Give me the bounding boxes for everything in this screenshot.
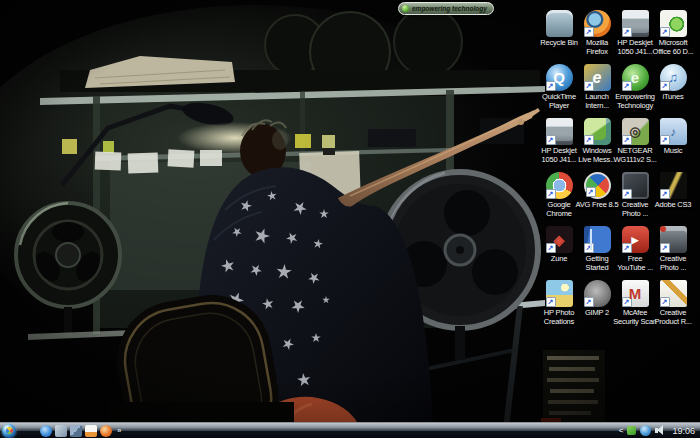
shortcut-arrow-icon: ↗ [660,135,670,145]
firefox-icon: ↗ [584,10,611,37]
quicklaunch-switch-windows-icon[interactable] [70,425,82,437]
desktop-icon-label: Adobe CS3 [650,201,696,210]
tray-volume-icon[interactable] [655,425,666,436]
shortcut-arrow-icon: ↗ [546,81,556,91]
book-blue-icon: ↗ [584,226,611,253]
quick-launch-bar [40,425,112,437]
desktop-icon[interactable]: ↗ McAfee Security Scan [616,278,654,332]
tray-status-green-icon[interactable] [627,426,636,435]
hp-photo-icon: ↗ [546,280,573,307]
quicklaunch-document-app-icon[interactable] [85,425,97,437]
desktop-icon[interactable]: ↗ AVG Free 8.5 [578,170,616,224]
desktop-icon-grid: ↗ Recycle Bin ↗ Mozilla Firefox ↗ HP Des… [540,8,692,332]
shortcut-arrow-icon: ↗ [546,189,556,199]
desktop-icon[interactable]: ↗ HP Deskjet 1050 J41... [616,8,654,62]
gimp-icon: ↗ [584,280,611,307]
ms-office-icon: ↗ [660,10,687,37]
windows-live-icon: ↗ [584,118,611,145]
desktop-icon[interactable]: ↗ Creative Product R... [654,278,692,332]
shortcut-arrow-icon: ↗ [622,243,632,253]
shortcut-arrow-icon: ↗ [546,135,556,145]
hp-printer-icon: ↗ [546,118,573,145]
desktop-icon[interactable]: ↗ HP Photo Creations [540,278,578,332]
windows-logo-icon [4,426,14,436]
desktop-icon[interactable]: ↗ Zune [540,224,578,278]
launcher-label: empowering technology [412,5,487,12]
desktop-icon[interactable]: ↗ Free YouTube ... [616,224,654,278]
quicklaunch-firefox-icon[interactable] [100,425,112,437]
desktop[interactable]: empowering technology ↗ Recycle Bin ↗ Mo… [0,0,700,438]
empowering-icon: ↗ [622,64,649,91]
taskbar: » < 19:06 [0,422,700,438]
desktop-icon[interactable]: ↗ Getting Started [578,224,616,278]
green-orb-icon [402,5,409,12]
hp-printer-icon: ↗ [622,10,649,37]
desktop-icon[interactable]: ↗ Mozilla Firefox [578,8,616,62]
desktop-icon-label: Microsoft Office 60 D... [650,39,696,56]
ie-launch-icon: ↗ [584,64,611,91]
shortcut-arrow-icon: ↗ [586,187,596,197]
shortcut-arrow-icon: ↗ [622,27,632,37]
shortcut-arrow-icon: ↗ [584,135,594,145]
desktop-icon[interactable]: ↗ Creative Photo ... [616,170,654,224]
shortcut-arrow-icon: ↗ [660,243,670,253]
tray-network-icon[interactable] [640,425,651,436]
empowering-technology-launcher[interactable]: empowering technology [398,2,494,15]
shortcut-arrow-icon: ↗ [660,189,670,199]
shortcut-arrow-icon: ↗ [584,243,594,253]
desktop-icon[interactable]: ↗ Launch Intern... [578,62,616,116]
desktop-icon-label: Music [650,147,696,156]
itunes-icon: ↗ [660,64,687,91]
netgear-icon: ↗ [622,118,649,145]
desktop-icon[interactable]: ↗ NETGEAR WG111v2 S... [616,116,654,170]
tray-expand-button[interactable]: < [619,423,624,438]
shortcut-arrow-icon: ↗ [622,81,632,91]
shortcut-arrow-icon: ↗ [546,297,556,307]
desktop-icon-label: Creative Product R... [650,309,696,326]
shortcut-arrow-icon: ↗ [584,27,594,37]
desktop-icon[interactable]: ↗ HP Deskjet 1050 J41... [540,116,578,170]
desktop-icon-label: iTunes [650,93,696,102]
chrome-icon: ↗ [546,172,573,199]
youtube-icon: ↗ [622,226,649,253]
desktop-icon[interactable]: ↗ Microsoft Office 60 D... [654,8,692,62]
clock[interactable]: 19:06 [672,426,695,436]
desktop-icon[interactable]: ↗ Empowering Technology [616,62,654,116]
desktop-icon[interactable]: ↗ GIMP 2 [578,278,616,332]
shortcut-arrow-icon: ↗ [660,81,670,91]
desktop-icon[interactable]: ↗ iTunes [654,62,692,116]
shortcut-arrow-icon: ↗ [584,297,594,307]
recycle-bin-icon: ↗ [546,10,573,37]
shortcut-arrow-icon: ↗ [622,297,632,307]
desktop-icon[interactable]: ↗ Recycle Bin [540,8,578,62]
shortcut-arrow-icon: ↗ [660,297,670,307]
desktop-icon[interactable]: ↗ Adobe CS3 [654,170,692,224]
doc-pencil-icon: ↗ [660,280,687,307]
start-button[interactable] [2,424,16,438]
adobe-cs3-icon: ↗ [660,172,687,199]
quicklaunch-internet-explorer-icon[interactable] [40,425,52,437]
mcafee-icon: ↗ [622,280,649,307]
shortcut-arrow-icon: ↗ [584,81,594,91]
zune-icon: ↗ [546,226,573,253]
photo-dark-icon: ↗ [622,172,649,199]
desktop-icon[interactable]: ↗ Music [654,116,692,170]
avg-icon: ↗ [584,172,611,199]
shortcut-arrow-icon: ↗ [622,135,632,145]
quicktime-icon: ↗ [546,64,573,91]
desktop-icon[interactable]: ↗ QuickTime Player [540,62,578,116]
desktop-icon[interactable]: ↗ Creative Photo ... [654,224,692,278]
desktop-icon-label: Creative Photo ... [650,255,696,272]
music-folder-icon: ↗ [660,118,687,145]
system-tray: < 19:06 [619,423,700,438]
quick-launch-overflow-button[interactable]: » [117,423,121,438]
desktop-icon[interactable]: ↗ Windows Live Mess... [578,116,616,170]
quicklaunch-show-desktop-icon[interactable] [55,425,67,437]
shortcut-arrow-icon: ↗ [660,27,670,37]
tray-icon-area [627,425,666,436]
shortcut-arrow-icon: ↗ [622,189,632,199]
photo-printer-icon: ↗ [660,226,687,253]
shortcut-arrow-icon: ↗ [546,243,556,253]
desktop-icon[interactable]: ↗ Google Chrome [540,170,578,224]
